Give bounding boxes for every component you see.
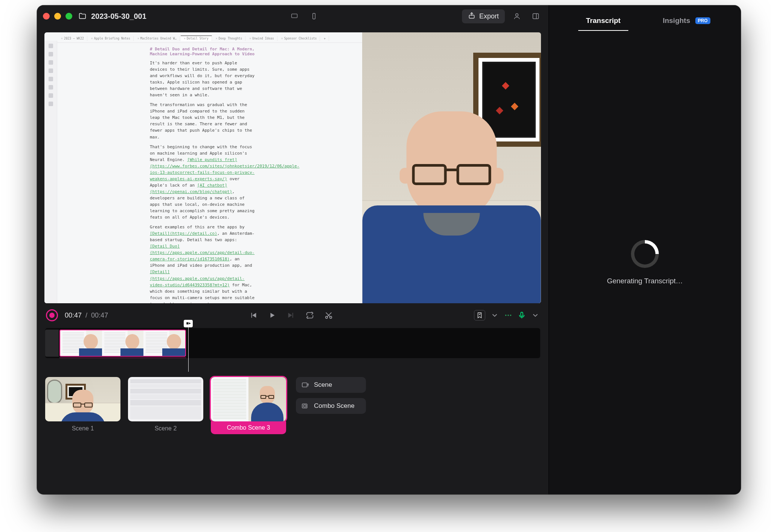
svg-point-3	[516, 14, 518, 16]
transport-bar: 00:47 / 00:47	[37, 303, 549, 324]
skip-back-button[interactable]	[249, 311, 258, 319]
inspector-panel: Transcript Insights PRO Generating Trans…	[549, 5, 741, 494]
svg-point-11	[189, 323, 190, 324]
timeline-clip[interactable]	[59, 330, 186, 357]
traffic-lights	[43, 13, 72, 20]
account-button[interactable]	[510, 11, 524, 22]
record-button[interactable]	[46, 309, 58, 321]
scene-2-label: Scene 2	[128, 421, 203, 432]
editor-sidebar	[44, 41, 57, 303]
svg-point-6	[330, 316, 332, 319]
marker-chevron-icon[interactable]	[491, 311, 499, 319]
app-window: 2023-05-30_001 Export	[37, 5, 741, 494]
mic-chevron-icon[interactable]	[531, 311, 539, 319]
document-heading: # Detail Duo and Detail for Mac: A Moder…	[150, 47, 254, 56]
svg-rect-10	[521, 312, 523, 316]
svg-point-7	[505, 315, 507, 316]
share-icon	[468, 12, 475, 21]
timeline-track[interactable]	[45, 328, 540, 358]
loading-spinner-icon	[631, 240, 659, 268]
playhead-line[interactable]	[188, 320, 189, 372]
zoom-window-button[interactable]	[66, 13, 72, 20]
add-scene-icon	[301, 381, 309, 389]
svg-point-9	[510, 315, 512, 316]
main-pane: 2023-05-30_001 Export	[37, 5, 549, 494]
mic-button[interactable]	[518, 311, 526, 319]
editor-tabs: ×2023 – WK22 ×Apple Briefing Notes ×MacS…	[44, 35, 362, 43]
marker-button[interactable]	[474, 310, 485, 321]
more-button[interactable]	[504, 311, 512, 319]
add-combo-scene-button[interactable]: Combo Scene	[296, 398, 366, 414]
screen-capture-source: ×2023 – WK22 ×Apple Briefing Notes ×MacS…	[44, 32, 362, 303]
close-window-button[interactable]	[43, 13, 50, 20]
export-button[interactable]: Export	[462, 9, 505, 23]
pro-badge: PRO	[695, 17, 710, 24]
svg-point-5	[326, 316, 328, 319]
skip-forward-button[interactable]	[287, 311, 295, 319]
tab-transcript[interactable]: Transcript	[562, 17, 645, 31]
play-button[interactable]	[268, 311, 276, 319]
project-title: 2023-05-30_001	[91, 12, 146, 21]
sidebar-toggle-button[interactable]	[529, 11, 542, 22]
cut-button[interactable]	[325, 311, 333, 319]
svg-rect-12	[302, 383, 307, 387]
titlebar: 2023-05-30_001 Export	[37, 5, 549, 27]
scene-3-label: Combo Scene 3	[211, 421, 286, 434]
add-scene-button[interactable]: Scene	[296, 377, 366, 393]
device-button[interactable]	[307, 11, 321, 22]
preview-viewport: ×2023 – WK22 ×Apple Briefing Notes ×MacS…	[44, 32, 541, 303]
scene-2[interactable]: Scene 2	[128, 377, 203, 432]
timecode: 00:47 / 00:47	[65, 312, 108, 319]
add-combo-scene-icon	[301, 402, 309, 410]
svg-rect-14	[303, 405, 306, 407]
project-folder-icon[interactable]	[78, 12, 87, 20]
display-mode-button[interactable]	[288, 11, 301, 22]
document-body: # Detail Duo and Detail for Mac: A Moder…	[150, 47, 257, 303]
transcript-status: Generating Transcript…	[607, 277, 683, 285]
minimize-window-button[interactable]	[54, 13, 61, 20]
scene-strip: Scene 1 Scene 2 Combo Scene 3	[37, 368, 549, 434]
loop-button[interactable]	[306, 311, 314, 319]
tab-insights[interactable]: Insights PRO	[645, 17, 728, 31]
svg-rect-1	[313, 14, 315, 19]
person-avatar	[362, 89, 541, 303]
scene-1[interactable]: Scene 1	[45, 377, 120, 432]
svg-point-8	[507, 315, 509, 316]
scene-3[interactable]: Combo Scene 3	[211, 377, 286, 434]
inspector-tabs: Transcript Insights PRO	[549, 5, 741, 31]
export-label: Export	[479, 12, 499, 20]
camera-source	[362, 32, 541, 303]
transcript-body: Generating Transcript…	[549, 31, 741, 494]
timeline[interactable]	[45, 327, 540, 368]
scene-1-label: Scene 1	[45, 421, 120, 432]
svg-rect-0	[291, 14, 297, 18]
svg-rect-4	[533, 14, 539, 18]
timeline-audio[interactable]	[59, 357, 186, 358]
